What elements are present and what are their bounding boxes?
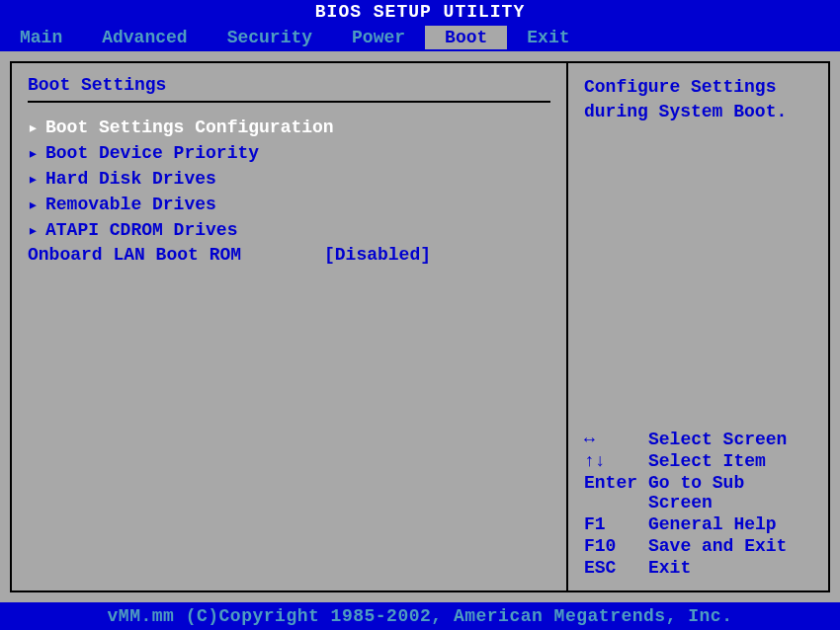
nav-removable-drives[interactable]: ▸ Removable Drives (28, 192, 550, 217)
option-onboard-lan-boot-rom[interactable]: Onboard LAN Boot ROM [Disabled] (28, 243, 550, 267)
nav-label: Removable Drives (45, 195, 216, 214)
keymap-action: Exit (648, 558, 812, 578)
arrow-icon: ▸ (28, 117, 45, 138)
nav-boot-settings-configuration[interactable]: ▸ Boot Settings Configuration (28, 115, 550, 140)
nav-boot-device-priority[interactable]: ▸ Boot Device Priority (28, 140, 550, 166)
keymap-row: F10 Save and Exit (584, 535, 812, 557)
keymap-row: F1 General Help (584, 513, 812, 535)
nav-label: Hard Disk Drives (45, 169, 216, 189)
help-line-2: during System Boot. (584, 100, 812, 124)
help-line-1: Configure Settings (584, 75, 812, 100)
divider (28, 101, 550, 103)
arrow-icon: ▸ (28, 168, 45, 190)
keymap-row: Enter Go to Sub Screen (584, 472, 812, 513)
tab-exit[interactable]: Exit (507, 26, 589, 49)
tab-security[interactable]: Security (208, 26, 332, 49)
keymap-key-enter: Enter (584, 473, 648, 512)
main-panel: Boot Settings ▸ Boot Settings Configurat… (10, 61, 568, 592)
help-text: Configure Settings during System Boot. (584, 75, 812, 124)
nav-label: ATAPI CDROM Drives (45, 220, 237, 240)
keymap-action: Save and Exit (648, 536, 812, 556)
bios-screen: BIOS SETUP UTILITY Main Advanced Securit… (0, 0, 840, 630)
keymap-key-arrows-ud: ↑↓ (584, 451, 648, 471)
title-bar: BIOS SETUP UTILITY (0, 0, 840, 24)
keymap-row: ESC Exit (584, 557, 812, 579)
content-area: Boot Settings ▸ Boot Settings Configurat… (0, 51, 840, 602)
section-heading: Boot Settings (28, 75, 550, 95)
footer: vMM.mm (C)Copyright 1985-2002, American … (0, 602, 840, 630)
arrow-icon: ▸ (28, 194, 45, 215)
tab-power[interactable]: Power (332, 26, 425, 49)
menu-bar: Main Advanced Security Power Boot Exit (0, 24, 840, 51)
keymap-action: General Help (648, 514, 812, 534)
nav-atapi-cdrom-drives[interactable]: ▸ ATAPI CDROM Drives (28, 217, 550, 243)
keymap-key-esc: ESC (584, 558, 648, 578)
keymap-key-arrows-lr: ↔ (584, 430, 648, 449)
keymap-key-f10: F10 (584, 536, 648, 556)
side-panel: Configure Settings during System Boot. ↔… (568, 61, 830, 592)
option-label: Onboard LAN Boot ROM (28, 245, 324, 265)
app-title: BIOS SETUP UTILITY (315, 2, 525, 22)
option-value: [Disabled] (324, 245, 431, 265)
keymap-action: Select Screen (648, 430, 812, 449)
arrow-icon: ▸ (28, 142, 45, 164)
keymap-row: ↔ Select Screen (584, 429, 812, 450)
keymap-row: ↑↓ Select Item (584, 450, 812, 472)
nav-hard-disk-drives[interactable]: ▸ Hard Disk Drives (28, 166, 550, 192)
copyright-text: vMM.mm (C)Copyright 1985-2002, American … (108, 606, 733, 626)
nav-label: Boot Device Priority (45, 143, 259, 163)
keymap: ↔ Select Screen ↑↓ Select Item Enter Go … (584, 429, 812, 579)
keymap-action: Select Item (648, 451, 812, 471)
tab-boot[interactable]: Boot (425, 26, 507, 49)
arrow-icon: ▸ (28, 219, 45, 241)
tab-advanced[interactable]: Advanced (82, 26, 207, 49)
nav-label: Boot Settings Configuration (45, 118, 334, 137)
keymap-key-f1: F1 (584, 514, 648, 534)
keymap-action: Go to Sub Screen (648, 473, 812, 512)
tab-main[interactable]: Main (0, 26, 82, 49)
